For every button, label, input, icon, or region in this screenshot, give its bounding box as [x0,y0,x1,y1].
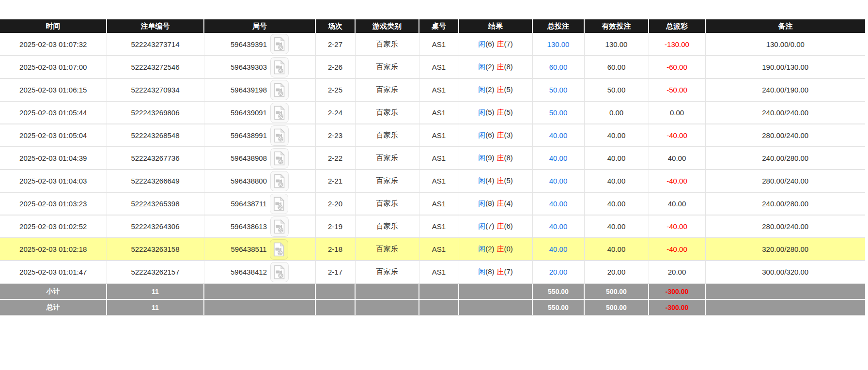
cell-result: 闲(7)庄(6) [459,215,532,238]
video-file-icon [274,128,285,143]
play-video-button[interactable] [270,103,289,123]
cell-result: 闲(4)庄(5) [459,170,532,192]
cell-remark: 280.00/240.00 [705,124,865,147]
subtotal-label: 小计 [0,283,107,299]
cell-round-no: 596438613 [204,215,315,238]
banker-label: 庄 [497,40,504,48]
cell-time: 2025-02-03 01:05:44 [0,101,107,124]
round-number: 596438800 [231,177,267,185]
cell-game-type: 百家乐 [355,192,419,215]
cell-result: 闲(2)庄(5) [459,78,532,101]
table-row[interactable]: 2025-02-03 01:02:52522243264306596438613… [0,215,865,238]
table-row[interactable]: 2025-02-03 01:07:32522243273714596439391… [0,33,865,56]
cell-total-payout: -130.00 [649,33,705,56]
player-label: 闲 [478,85,485,93]
cell-total-bet: 40.00 [532,170,584,192]
column-header-session: 场次 [315,19,355,33]
cell-remark: 280.00/240.00 [705,170,865,192]
cell-table-no: AS1 [419,192,459,215]
cell-total-bet: 40.00 [532,147,584,170]
play-video-button[interactable] [270,57,289,77]
cell-remark: 320.00/280.00 [705,238,865,261]
banker-label: 庄 [497,199,504,207]
table-row[interactable]: 2025-02-03 01:02:18522243263158596438511… [0,238,865,261]
player-label: 闲 [478,40,485,48]
cell-game-type: 百家乐 [355,170,419,192]
cell-table-no: AS1 [419,101,459,124]
play-video-button[interactable] [270,262,289,282]
cell-time: 2025-02-03 01:06:15 [0,78,107,101]
cell-remark: 240.00/280.00 [705,147,865,170]
cell-remark: 240.00/240.00 [705,101,865,124]
cell-round-no: 596438991 [204,124,315,147]
cell-total-bet: 40.00 [532,215,584,238]
cell-session: 2-19 [315,215,355,238]
cell-game-type: 百家乐 [355,124,419,147]
cell-result: 闲(8)庄(4) [459,192,532,215]
bet-records-table: 时间 注单编号 局号 场次 游戏类别 桌号 结果 总投注 有效投注 总派彩 备注… [0,19,865,316]
cell-session: 2-17 [315,261,355,283]
cell-bet-id: 522243269806 [107,101,204,124]
banker-label: 庄 [497,62,504,71]
banker-label: 庄 [497,267,504,276]
cell-total-bet: 50.00 [532,78,584,101]
cell-session: 2-18 [315,238,355,261]
cell-total-payout: 40.00 [649,147,705,170]
subtotal-valid-bet: 500.00 [584,283,649,299]
table-row[interactable]: 2025-02-03 01:06:15522243270934596439198… [0,78,865,101]
subtotal-count: 11 [107,283,204,299]
cell-total-payout: -60.00 [649,56,705,78]
cell-remark: 240.00/190.00 [705,78,865,101]
cell-session: 2-24 [315,101,355,124]
banker-label: 庄 [497,85,504,93]
cell-round-no: 596438511 [204,238,315,261]
cell-table-no: AS1 [419,261,459,283]
play-video-button[interactable] [270,148,289,169]
video-file-icon [274,174,285,188]
banker-label: 庄 [497,176,504,185]
round-number: 596438613 [231,222,267,231]
cell-round-no: 596438412 [204,261,315,283]
cell-valid-bet: 40.00 [584,147,649,170]
table-footer: 小计 11 550.00 500.00 -300.00 总计 11 [0,283,865,315]
table-row[interactable]: 2025-02-03 01:05:04522243268548596438991… [0,124,865,147]
cell-total-bet: 40.00 [532,238,584,261]
table-row[interactable]: 2025-02-03 01:03:23522243265398596438711… [0,192,865,215]
play-video-button[interactable] [270,171,289,191]
player-label: 闲 [478,154,485,162]
play-video-button[interactable] [270,194,288,214]
cell-total-payout: -50.00 [649,78,705,101]
play-video-button[interactable] [270,80,289,100]
cell-round-no: 596438800 [204,170,315,192]
bet-records-page: 时间 注单编号 局号 场次 游戏类别 桌号 结果 总投注 有效投注 总派彩 备注… [0,0,868,316]
cell-total-payout: -40.00 [649,215,705,238]
round-number: 596438991 [231,131,267,139]
round-number: 596438711 [231,200,267,208]
play-video-button[interactable] [270,34,289,54]
column-header-result: 结果 [459,19,532,33]
cell-round-no: 596439391 [204,33,315,56]
table-row[interactable]: 2025-02-03 01:07:00522243272546596439303… [0,56,865,78]
column-header-total-bet: 总投注 [532,19,584,33]
table-row[interactable]: 2025-02-03 01:04:03522243266649596438800… [0,170,865,192]
table-row[interactable]: 2025-02-03 01:01:47522243262157596438412… [0,261,865,283]
round-number: 596438412 [231,268,267,276]
play-video-button[interactable] [270,125,289,146]
banker-label: 庄 [497,245,504,253]
player-label: 闲 [478,199,485,207]
play-video-button[interactable] [270,216,289,237]
cell-game-type: 百家乐 [355,78,419,101]
banker-label: 庄 [497,108,504,116]
table-row[interactable]: 2025-02-03 01:04:39522243267736596438908… [0,147,865,170]
banker-label: 庄 [497,154,504,162]
player-label: 闲 [478,245,485,253]
cell-result: 闲(2)庄(8) [459,56,532,78]
cell-table-no: AS1 [419,238,459,261]
cell-session: 2-21 [315,170,355,192]
cell-result: 闲(6)庄(7) [459,33,532,56]
table-row[interactable]: 2025-02-03 01:05:44522243269806596439091… [0,101,865,124]
cell-session: 2-23 [315,124,355,147]
player-label: 闲 [478,62,485,71]
play-video-button[interactable] [270,239,288,260]
cell-total-payout: -40.00 [649,124,705,147]
